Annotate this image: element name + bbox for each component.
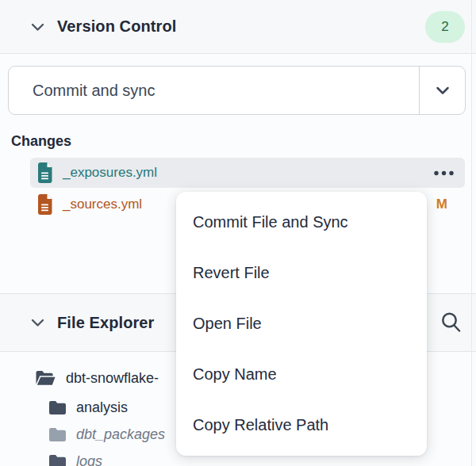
- dropdown-caret-button[interactable]: [419, 67, 465, 114]
- yml-file-icon: [38, 162, 54, 183]
- folder-open-icon: [35, 371, 56, 385]
- tree-item-label: dbt_packages: [76, 426, 165, 443]
- menu-item-commit-file-and-sync[interactable]: Commit File and Sync: [176, 197, 427, 247]
- tree-item-label: logs: [76, 453, 102, 466]
- chevron-down-icon[interactable]: [29, 18, 47, 36]
- file-search-button[interactable]: [436, 308, 465, 337]
- side-panel: Version Control 2 Commit and sync Change…: [0, 0, 476, 466]
- file-actions-menu-button[interactable]: [432, 163, 455, 182]
- chevron-down-icon[interactable]: [29, 314, 47, 331]
- folder-icon: [49, 455, 66, 466]
- tree-item-dbt-packages[interactable]: dbt_packages: [49, 425, 165, 444]
- menu-item-copy-name[interactable]: Copy Name: [176, 350, 427, 400]
- folder-icon: [49, 401, 66, 414]
- yml-file-icon: [38, 194, 54, 215]
- changed-file-row-exposures[interactable]: _exposures.yml: [30, 158, 465, 188]
- version-control-header: Version Control 2: [0, 0, 476, 54]
- panel-right-edge: [471, 0, 472, 466]
- file-explorer-title: File Explorer: [57, 314, 154, 332]
- commit-action-label: Commit and sync: [9, 67, 419, 114]
- menu-item-revert-file[interactable]: Revert File: [176, 247, 427, 298]
- tree-item-label: dbt-snowflake-: [66, 370, 159, 387]
- commit-action-dropdown[interactable]: Commit and sync: [8, 66, 466, 115]
- file-name: _exposures.yml: [63, 165, 157, 181]
- menu-item-open-file[interactable]: Open File: [176, 298, 427, 349]
- tree-item-label: analysis: [76, 399, 128, 416]
- folder-icon: [49, 428, 66, 441]
- ellipsis-icon: [433, 170, 455, 176]
- menu-item-copy-relative-path[interactable]: Copy Relative Path: [176, 400, 427, 451]
- version-control-title: Version Control: [57, 17, 176, 36]
- changes-count-badge: 2: [425, 11, 465, 43]
- tree-item-logs[interactable]: logs: [49, 452, 102, 466]
- tree-item-analysis[interactable]: analysis: [49, 398, 128, 417]
- file-context-menu: Commit File and Sync Revert File Open Fi…: [176, 192, 427, 456]
- file-name: _sources.yml: [63, 197, 142, 212]
- chevron-down-icon: [433, 82, 452, 99]
- changes-section-label: Changes: [11, 133, 71, 150]
- search-icon: [440, 311, 463, 334]
- tree-item-project-root[interactable]: dbt-snowflake-: [35, 368, 159, 388]
- modified-status-badge: M: [436, 197, 447, 212]
